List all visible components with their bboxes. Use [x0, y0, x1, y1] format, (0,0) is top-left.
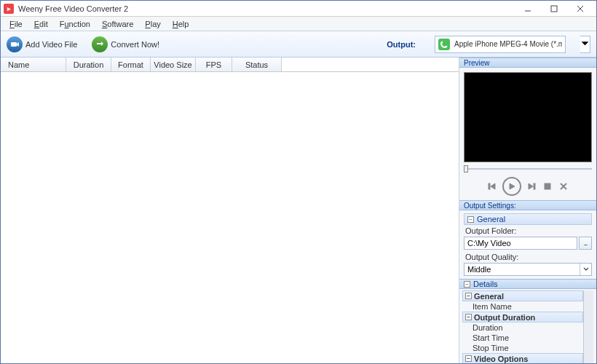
window-title: Weeny Free Video Converter 2	[18, 4, 515, 13]
next-button[interactable]	[526, 181, 537, 192]
detail-row: Item Name	[462, 301, 583, 312]
minimize-button[interactable]	[515, 1, 541, 16]
details-panel: −GeneralItem Name−Output DurationDuratio…	[459, 289, 596, 363]
general-section-header[interactable]: − General	[464, 213, 592, 225]
details-scrollbar[interactable]	[583, 290, 593, 363]
column-fps[interactable]: FPS	[196, 58, 232, 71]
preview-title: Preview	[459, 58, 596, 68]
add-video-icon	[7, 36, 23, 52]
collapse-icon: −	[465, 293, 472, 299]
seek-thumb[interactable]	[464, 165, 468, 173]
svg-rect-7	[545, 183, 550, 189]
menu-function[interactable]: Function	[54, 18, 96, 30]
play-button[interactable]	[502, 177, 521, 196]
detail-section-header[interactable]: −Output Duration	[462, 312, 583, 323]
detail-row: Stop Time	[462, 343, 583, 353]
column-status[interactable]: Status	[232, 58, 282, 71]
svg-rect-6	[534, 183, 535, 189]
svg-rect-5	[489, 183, 490, 189]
svg-rect-4	[11, 42, 17, 47]
add-video-button[interactable]: Add Video File	[7, 36, 77, 52]
output-label: Output:	[387, 40, 416, 49]
menu-file[interactable]: File	[4, 18, 28, 30]
menu-edit[interactable]: Edit	[28, 18, 54, 30]
close-preview-button[interactable]	[558, 181, 569, 192]
details-title: − Details	[459, 279, 596, 289]
add-video-label: Add Video File	[25, 40, 77, 49]
output-settings-title: Output Settings:	[459, 200, 596, 210]
output-format-selector[interactable]: Apple iPhone MPEG-4 Movie (*.mp4)	[435, 36, 566, 53]
output-quality-label: Output Quality:	[465, 253, 592, 261]
browse-folder-button[interactable]: ...	[579, 237, 592, 250]
output-folder-input[interactable]	[464, 237, 577, 250]
collapse-icon: −	[465, 355, 472, 362]
titlebar: ▸ Weeny Free Video Converter 2	[1, 1, 596, 17]
output-quality-select[interactable]: Middle	[464, 263, 592, 276]
output-format-dropdown-button[interactable]	[580, 36, 590, 53]
output-quality-value: Middle	[464, 265, 580, 274]
output-folder-label: Output Folder:	[465, 226, 592, 235]
menu-help[interactable]: Help	[167, 18, 195, 30]
table-body	[1, 72, 459, 363]
maximize-button[interactable]	[541, 1, 567, 16]
menubar: File Edit Function Software Play Help	[1, 17, 596, 31]
column-format[interactable]: Format	[111, 58, 151, 71]
stop-button[interactable]	[542, 181, 553, 192]
convert-label: Convert Now!	[111, 40, 159, 49]
close-button[interactable]	[567, 1, 593, 16]
detail-row: Start Time	[462, 333, 583, 343]
column-name[interactable]: Name	[1, 58, 66, 71]
output-settings-panel: − General Output Folder: ... Output Qual…	[459, 210, 596, 279]
toolbar: Add Video File Convert Now! Output: Appl…	[1, 31, 596, 58]
playback-controls	[464, 177, 592, 196]
chevron-down-icon	[580, 264, 591, 275]
collapse-icon: −	[467, 216, 474, 223]
menu-software[interactable]: Software	[96, 18, 139, 30]
phone-icon	[438, 39, 450, 50]
column-duration[interactable]: Duration	[66, 58, 111, 71]
preview-panel	[459, 68, 596, 200]
collapse-icon: −	[465, 314, 472, 320]
detail-section-header[interactable]: −Video Options	[462, 353, 583, 363]
svg-rect-1	[551, 6, 557, 12]
convert-icon	[92, 36, 108, 52]
output-format-text: Apple iPhone MPEG-4 Movie (*.mp4)	[454, 40, 562, 48]
seek-slider[interactable]	[464, 165, 592, 173]
video-preview	[464, 72, 592, 162]
file-list-pane: Name Duration Format Video Size FPS Stat…	[1, 58, 459, 363]
right-pane: Preview Output Settings: − General Outpu…	[459, 58, 596, 363]
app-icon: ▸	[4, 4, 14, 14]
detail-row: Duration	[462, 323, 583, 333]
menu-play[interactable]: Play	[139, 18, 166, 30]
table-header: Name Duration Format Video Size FPS Stat…	[1, 58, 459, 72]
column-videosize[interactable]: Video Size	[151, 58, 196, 71]
main-area: Name Duration Format Video Size FPS Stat…	[1, 58, 596, 363]
detail-section-header[interactable]: −General	[462, 290, 583, 301]
convert-button[interactable]: Convert Now!	[92, 36, 159, 52]
collapse-icon: −	[464, 281, 470, 288]
prev-button[interactable]	[486, 181, 498, 192]
